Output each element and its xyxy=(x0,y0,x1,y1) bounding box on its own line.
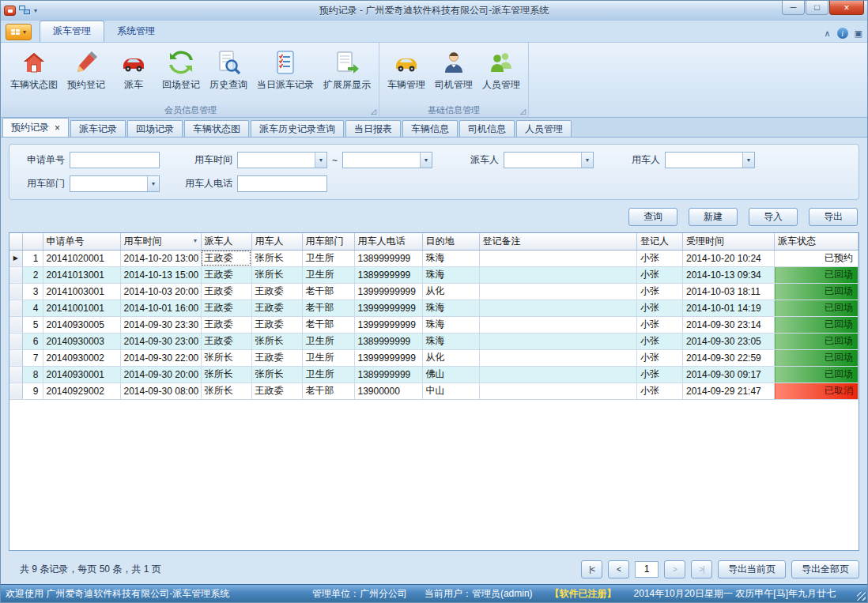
doc-tab-人员管理[interactable]: 人员管理 xyxy=(516,120,572,137)
cell-dispatcher[interactable]: 张所长 xyxy=(201,383,251,399)
cell-dest[interactable]: 从化 xyxy=(422,283,479,300)
cell-dispatcher[interactable]: 王政委 xyxy=(201,283,251,300)
ribbon-tab-系统管理[interactable]: 系统管理 xyxy=(104,21,168,42)
last-page-button[interactable]: >| xyxy=(691,560,712,579)
cell-dept[interactable]: 卫生所 xyxy=(302,349,354,366)
chevron-down-icon[interactable]: ▼ xyxy=(420,153,432,168)
dept-combo[interactable]: ▼ xyxy=(70,175,160,192)
export-all-pages-button[interactable]: 导出全部页 xyxy=(791,560,859,579)
cell-dest[interactable]: 从化 xyxy=(422,349,479,366)
cell-phone[interactable]: 13999999999 xyxy=(354,283,422,300)
cell-dept[interactable]: 老干部 xyxy=(302,300,354,316)
column-header-dest[interactable]: 目的地 xyxy=(422,233,479,250)
app-icon[interactable] xyxy=(4,6,16,16)
cell-registrar[interactable]: 小张 xyxy=(637,283,683,300)
cell-status[interactable]: 已回场 xyxy=(775,316,859,333)
cell-registrar[interactable]: 小张 xyxy=(637,300,683,316)
cell-registrar[interactable]: 小张 xyxy=(637,366,683,383)
cell-user[interactable]: 张所长 xyxy=(251,266,302,283)
first-page-button[interactable]: |< xyxy=(581,560,602,579)
cell-use_time[interactable]: 2014-10-03 20:00 xyxy=(120,283,201,300)
chevron-down-icon[interactable]: ▼ xyxy=(742,153,754,168)
cell-user[interactable]: 张所长 xyxy=(251,250,302,266)
resize-grip[interactable] xyxy=(857,592,866,601)
query-button[interactable]: 查询 xyxy=(628,208,677,226)
group-dialog-launcher-icon[interactable]: ◿ xyxy=(520,108,526,115)
cell-order_no[interactable]: 20140930003 xyxy=(43,333,120,349)
cell-dept[interactable]: 卫生所 xyxy=(302,266,354,283)
cell-dest[interactable]: 珠海 xyxy=(422,300,479,316)
cell-user[interactable]: 王政委 xyxy=(251,300,302,316)
order-no-input[interactable] xyxy=(70,152,160,168)
dispatcher-combo[interactable]: ▼ xyxy=(504,152,594,168)
cell-accept_time[interactable]: 2014-10-01 14:19 xyxy=(683,300,775,316)
export-current-page-button[interactable]: 导出当前页 xyxy=(718,560,786,579)
table-row[interactable]: 9201409290022014-09-30 08:00张所长王政委老干部139… xyxy=(9,383,859,399)
cell-use_time[interactable]: 2014-09-30 23:30 xyxy=(120,316,201,333)
cell-dest[interactable]: 中山 xyxy=(422,383,479,399)
ribbon-button-派车[interactable]: 派车 xyxy=(110,47,157,95)
minimize-button[interactable]: ─ xyxy=(782,1,805,15)
ribbon-button-扩展屏显示[interactable]: 扩展屏显示 xyxy=(319,47,376,95)
cell-status[interactable]: 已回场 xyxy=(775,349,859,366)
export-button[interactable]: 导出 xyxy=(809,208,858,226)
cell-dept[interactable]: 老干部 xyxy=(302,383,354,399)
cascade-windows-icon[interactable] xyxy=(19,6,31,16)
ribbon-button-回场登记[interactable]: 回场登记 xyxy=(157,47,205,95)
cell-note[interactable] xyxy=(479,283,637,300)
next-page-button[interactable]: > xyxy=(664,560,685,579)
cell-status[interactable]: 已回场 xyxy=(775,266,859,283)
cell-order_no[interactable]: 20141020001 xyxy=(43,250,120,266)
column-header-order_no[interactable]: 申请单号 xyxy=(43,233,120,250)
column-header-user[interactable]: 用车人 xyxy=(251,233,302,250)
cell-phone[interactable]: 1389999999 xyxy=(354,333,422,349)
cell-dispatcher[interactable]: 张所长 xyxy=(201,349,251,366)
cell-accept_time[interactable]: 2014-10-13 09:34 xyxy=(683,266,775,283)
cell-status[interactable]: 已回场 xyxy=(775,300,859,316)
cell-dept[interactable]: 老干部 xyxy=(302,283,354,300)
cell-phone[interactable]: 13999999999 xyxy=(354,300,422,316)
cell-order_no[interactable]: 20141003001 xyxy=(43,283,120,300)
cell-dispatcher[interactable]: 王政委 xyxy=(201,250,251,266)
doc-tab-车辆信息[interactable]: 车辆信息 xyxy=(402,120,458,137)
cell-use_time[interactable]: 2014-09-30 23:00 xyxy=(120,333,201,349)
page-number-input[interactable]: 1 xyxy=(635,561,659,578)
close-button[interactable]: × xyxy=(829,1,864,15)
cell-phone[interactable]: 13999999999 xyxy=(354,349,422,366)
doc-tab-派车记录[interactable]: 派车记录 xyxy=(70,120,126,137)
chevron-down-icon[interactable]: ▼ xyxy=(581,153,593,168)
cell-note[interactable] xyxy=(479,383,637,399)
cell-user[interactable]: 王政委 xyxy=(251,283,302,300)
cell-order_no[interactable]: 20140930005 xyxy=(43,316,120,333)
cell-note[interactable] xyxy=(479,300,637,316)
column-header-use_time[interactable]: 用车时间▼ xyxy=(120,233,201,250)
cell-status[interactable]: 已预约 xyxy=(775,250,859,266)
doc-tab-司机信息[interactable]: 司机信息 xyxy=(459,120,515,137)
cell-user[interactable]: 张所长 xyxy=(251,333,302,349)
cell-dest[interactable]: 佛山 xyxy=(422,366,479,383)
column-header-accept_time[interactable]: 受理时间 xyxy=(683,233,775,250)
cell-order_no[interactable]: 20140930001 xyxy=(43,366,120,383)
chevron-down-icon[interactable]: ▼ xyxy=(315,153,326,168)
cell-dispatcher[interactable]: 王政委 xyxy=(201,266,251,283)
doc-tab-预约记录[interactable]: 预约记录× xyxy=(2,118,69,137)
cell-phone[interactable]: 1389999999 xyxy=(354,366,422,383)
cell-phone[interactable]: 1389999999 xyxy=(354,250,422,266)
column-header-registrar[interactable]: 登记人 xyxy=(637,233,683,250)
doc-tab-车辆状态图[interactable]: 车辆状态图 xyxy=(184,120,249,137)
column-filter-icon[interactable]: ▼ xyxy=(193,238,198,243)
cell-accept_time[interactable]: 2014-09-30 23:05 xyxy=(683,333,775,349)
cell-dispatcher[interactable]: 王政委 xyxy=(201,333,251,349)
cell-dest[interactable]: 珠海 xyxy=(422,266,479,283)
table-row[interactable]: 5201409300052014-09-30 23:30王政委王政委老干部139… xyxy=(9,316,859,333)
cell-registrar[interactable]: 小张 xyxy=(637,266,683,283)
cell-use_time[interactable]: 2014-10-20 13:00 xyxy=(120,250,201,266)
table-row[interactable]: 3201410030012014-10-03 20:00王政委王政委老干部139… xyxy=(9,283,859,300)
info-icon[interactable]: i xyxy=(837,28,848,39)
user-combo[interactable]: ▼ xyxy=(665,152,755,168)
skin-icon[interactable]: ▣ xyxy=(855,29,862,38)
column-header-note[interactable]: 登记备注 xyxy=(479,233,637,250)
doc-tab-派车历史记录查询[interactable]: 派车历史记录查询 xyxy=(251,120,344,137)
cell-accept_time[interactable]: 2014-09-30 22:59 xyxy=(683,349,775,366)
cell-order_no[interactable]: 20141001001 xyxy=(43,300,120,316)
